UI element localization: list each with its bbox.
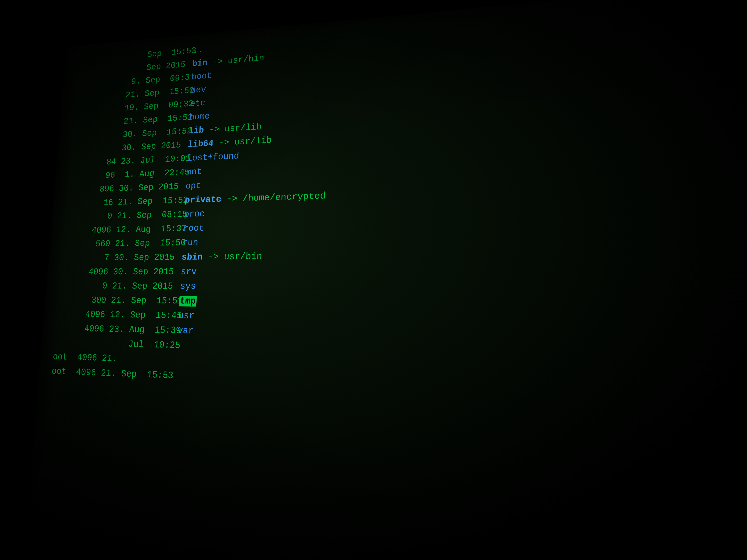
filename: etc — [190, 98, 206, 109]
filename: lib — [188, 125, 204, 136]
files-column: .. bin -> usr/bin boot dev etc home lib … — [166, 0, 747, 560]
filename: var — [177, 325, 194, 337]
date-line: 7 30. Sep 2015 — [60, 250, 182, 265]
filename: opt — [185, 181, 201, 191]
filename: .. — [193, 45, 203, 56]
filename: boot — [191, 71, 212, 82]
arrow: -> usr/bin — [212, 53, 264, 67]
date-line: 4096 12. Aug 15:37 — [63, 222, 184, 238]
terminal-screen: Sep 15:53 Sep 2015 9. Sep 09:31 21. Sep … — [25, 0, 747, 560]
filename: mnt — [186, 166, 202, 177]
date-line: 4096 12. Sep 15:45 — [56, 307, 179, 323]
filename: sbin — [181, 252, 203, 262]
arrow: -> /home/encrypted — [226, 190, 326, 204]
filename: bin — [192, 58, 208, 69]
arrow: -> usr/lib — [209, 122, 262, 135]
filename-highlighted: tmp — [179, 296, 197, 306]
filename: usr — [178, 310, 195, 321]
date-line: 4096 23. Aug 15:39 — [55, 321, 178, 338]
filename: private — [184, 194, 222, 206]
date-line: 300 21. Sep 15:51 — [57, 293, 180, 309]
filename: lost+found — [187, 151, 239, 163]
filename: srv — [181, 266, 197, 277]
filename: sys — [180, 281, 196, 292]
filename: run — [182, 237, 198, 248]
date-line: 0 21. Sep 2015 — [58, 279, 181, 294]
date-line: 560 21. Sep 15:50 — [61, 236, 183, 252]
filename: lib64 — [187, 138, 214, 150]
arrow: -> usr/lib — [218, 135, 272, 148]
terminal-content: Sep 15:53 Sep 2015 9. Sep 09:31 21. Sep … — [25, 0, 747, 560]
filename: dev — [190, 84, 206, 96]
arrow: -> usr/bin — [208, 251, 262, 262]
date-line: 4096 30. Sep 2015 — [59, 265, 181, 279]
filename: proc — [184, 209, 205, 219]
filename: home — [189, 111, 210, 123]
filename: root — [183, 223, 204, 234]
